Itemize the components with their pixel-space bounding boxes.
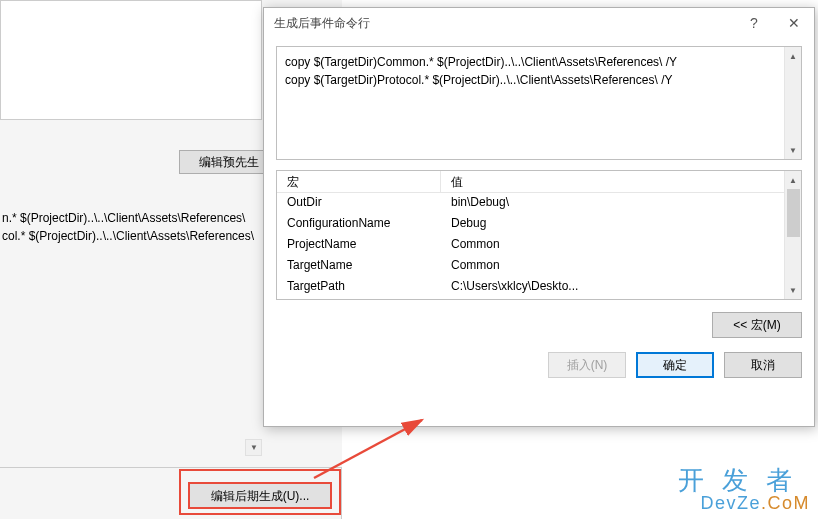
- bg-text-line: n.* $(ProjectDir)..\..\Client\Assets\Ref…: [2, 209, 260, 227]
- macros-toggle-button[interactable]: << 宏(M): [712, 312, 802, 338]
- macro-header-name[interactable]: 宏: [277, 171, 441, 192]
- macro-header-value[interactable]: 值: [441, 171, 786, 192]
- help-button[interactable]: ?: [734, 8, 774, 38]
- macro-name: TargetName: [277, 256, 441, 277]
- command-line-box: ▲ ▼: [276, 46, 802, 160]
- scroll-up-icon[interactable]: ▲: [785, 47, 801, 65]
- macro-row[interactable]: TargetNameCommon: [277, 256, 786, 277]
- macro-row[interactable]: OutDirbin\Debug\: [277, 193, 786, 214]
- macro-value: bin\Debug\: [441, 193, 786, 214]
- macro-row[interactable]: ConfigurationNameDebug: [277, 214, 786, 235]
- macro-value: C:\Users\xklcy\Deskto...: [441, 277, 786, 298]
- dialog-titlebar[interactable]: 生成后事件命令行 ? ✕: [264, 8, 814, 38]
- postbuild-dialog: 生成后事件命令行 ? ✕ ▲ ▼ 宏 值 OutDirbin\Debug\Con…: [263, 7, 815, 427]
- scroll-up-icon[interactable]: ▲: [785, 171, 801, 189]
- macro-row[interactable]: TargetPathC:\Users\xklcy\Deskto...: [277, 277, 786, 298]
- macro-name: OutDir: [277, 193, 441, 214]
- scroll-thumb[interactable]: [787, 189, 800, 237]
- macro-value: Common: [441, 256, 786, 277]
- dialog-title: 生成后事件命令行: [274, 15, 370, 32]
- macro-list: 宏 值 OutDirbin\Debug\ConfigurationNameDeb…: [276, 170, 802, 300]
- macro-header: 宏 值: [277, 171, 786, 193]
- close-button[interactable]: ✕: [774, 8, 814, 38]
- macro-value: Common: [441, 235, 786, 256]
- macro-name: ProjectName: [277, 235, 441, 256]
- macro-name: ConfigurationName: [277, 214, 441, 235]
- ok-button[interactable]: 确定: [636, 352, 714, 378]
- macro-name: TargetPath: [277, 277, 441, 298]
- watermark-top: 开发者: [678, 467, 810, 494]
- bg-top-textarea[interactable]: [0, 0, 262, 120]
- scroll-down-icon[interactable]: ▼: [785, 281, 801, 299]
- macro-row[interactable]: ProjectNameCommon: [277, 235, 786, 256]
- watermark: 开发者 DevZe.CoM: [678, 467, 810, 513]
- bg-text-line: col.* $(ProjectDir)..\..\Client\Assets\R…: [2, 227, 260, 245]
- scroll-down-icon[interactable]: ▼: [785, 141, 801, 159]
- watermark-bottom: DevZe.CoM: [678, 494, 810, 513]
- macro-scrollbar[interactable]: ▲ ▼: [784, 171, 801, 299]
- cancel-button[interactable]: 取消: [724, 352, 802, 378]
- command-line-textarea[interactable]: [277, 47, 786, 159]
- chevron-down-icon: ▼: [250, 443, 258, 452]
- insert-button: 插入(N): [548, 352, 626, 378]
- macro-value: Debug: [441, 214, 786, 235]
- command-scrollbar[interactable]: ▲ ▼: [784, 47, 801, 159]
- edit-postbuild-button[interactable]: 编辑后期生成(U)...: [188, 482, 332, 509]
- bg-postbuild-text: n.* $(ProjectDir)..\..\Client\Assets\Ref…: [0, 205, 262, 255]
